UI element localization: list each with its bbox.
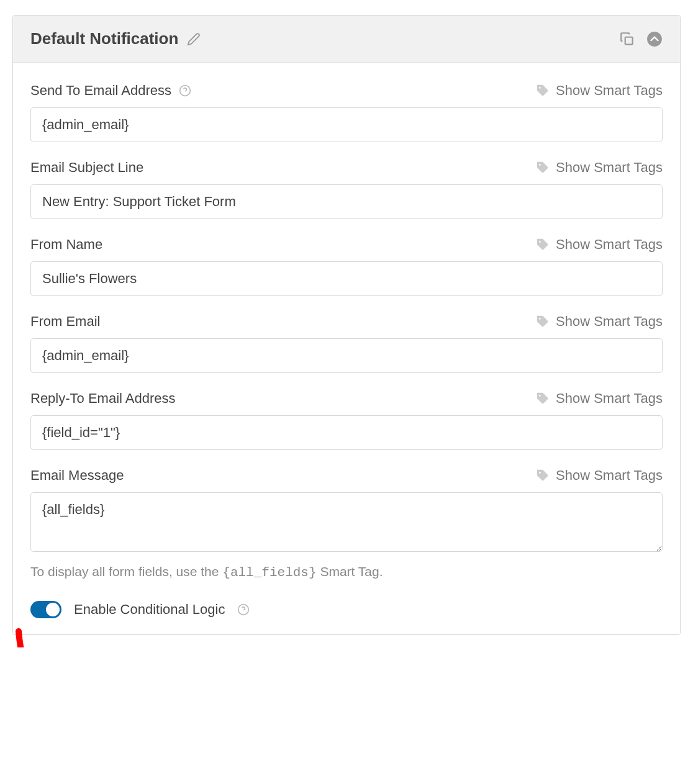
smart-tags-label: Show Smart Tags (556, 83, 663, 99)
help-icon[interactable] (237, 603, 250, 616)
field-header: Send To Email Address (30, 83, 663, 99)
field-label-wrap: Email Subject Line (30, 160, 143, 176)
from-email-label: From Email (30, 313, 100, 330)
send-to-input[interactable] (30, 107, 663, 142)
from-name-input[interactable] (30, 261, 663, 296)
conditional-logic-row: Enable Conditional Logic (30, 601, 663, 618)
show-smart-tags-button[interactable]: Show Smart Tags (536, 313, 663, 330)
show-smart-tags-button[interactable]: Show Smart Tags (536, 160, 663, 176)
smart-tags-label: Show Smart Tags (556, 390, 663, 407)
svg-point-6 (539, 241, 541, 243)
hint-suffix: Smart Tag. (317, 564, 383, 579)
tag-icon (536, 84, 550, 97)
header-actions (619, 31, 663, 47)
field-send-to: Send To Email Address (30, 83, 663, 142)
svg-point-5 (539, 164, 541, 166)
tag-icon (536, 238, 550, 251)
field-header: Reply-To Email Address Show Smart Tags (30, 390, 663, 407)
field-label-wrap: Email Message (30, 467, 124, 484)
field-label-wrap: Reply-To Email Address (30, 390, 176, 407)
field-label-wrap: Send To Email Address (30, 83, 191, 99)
panel-title-wrap: Default Notification (30, 29, 201, 48)
show-smart-tags-button[interactable]: Show Smart Tags (536, 390, 663, 407)
panel-header: Default Notification (13, 16, 680, 63)
svg-point-4 (539, 87, 541, 89)
conditional-logic-toggle[interactable] (30, 601, 61, 618)
toggle-knob (46, 603, 60, 616)
hint-prefix: To display all form fields, use the (30, 564, 222, 579)
svg-point-9 (539, 472, 541, 474)
field-from-email: From Email Show Smart Tags (30, 313, 663, 373)
tag-icon (536, 315, 550, 328)
tag-icon (536, 469, 550, 482)
hint-code: {all_fields} (222, 565, 316, 580)
panel-body: Send To Email Address (13, 63, 680, 634)
from-email-input[interactable] (30, 338, 663, 373)
subject-input[interactable] (30, 184, 663, 219)
conditional-logic-label: Enable Conditional Logic (74, 602, 225, 618)
show-smart-tags-button[interactable]: Show Smart Tags (536, 237, 663, 253)
subject-label: Email Subject Line (30, 160, 143, 176)
smart-tags-label: Show Smart Tags (556, 467, 663, 484)
field-header: Email Message Show Smart Tags (30, 467, 663, 484)
field-from-name: From Name Show Smart Tags (30, 237, 663, 296)
show-smart-tags-button[interactable]: Show Smart Tags (536, 467, 663, 484)
field-label-wrap: From Email (30, 313, 100, 330)
field-subject: Email Subject Line Show Smart Tags (30, 160, 663, 219)
field-reply-to: Reply-To Email Address Show Smart Tags (30, 390, 663, 450)
show-smart-tags-button[interactable]: Show Smart Tags (536, 83, 663, 99)
message-hint: To display all form fields, use the {all… (30, 564, 663, 580)
field-message: Email Message Show Smart Tags To display… (30, 467, 663, 580)
field-label-wrap: From Name (30, 237, 102, 253)
svg-rect-0 (625, 37, 633, 44)
panel-title: Default Notification (30, 29, 178, 48)
smart-tags-label: Show Smart Tags (556, 313, 663, 330)
reply-to-label: Reply-To Email Address (30, 390, 176, 407)
svg-point-8 (539, 395, 541, 397)
help-icon[interactable] (179, 84, 191, 97)
tag-icon (536, 392, 550, 405)
send-to-label: Send To Email Address (30, 83, 171, 99)
smart-tags-label: Show Smart Tags (556, 160, 663, 176)
field-header: From Email Show Smart Tags (30, 313, 663, 330)
notification-panel: Default Notification (12, 15, 681, 635)
svg-point-7 (539, 318, 541, 320)
message-label: Email Message (30, 467, 124, 484)
tag-icon (536, 161, 550, 174)
smart-tags-label: Show Smart Tags (556, 237, 663, 253)
duplicate-icon[interactable] (619, 31, 635, 47)
edit-title-icon[interactable] (187, 32, 201, 46)
from-name-label: From Name (30, 237, 102, 253)
field-header: Email Subject Line Show Smart Tags (30, 160, 663, 176)
svg-point-1 (647, 32, 662, 47)
field-header: From Name Show Smart Tags (30, 237, 663, 253)
collapse-icon[interactable] (646, 31, 663, 47)
message-textarea[interactable] (30, 492, 663, 552)
reply-to-input[interactable] (30, 415, 663, 450)
